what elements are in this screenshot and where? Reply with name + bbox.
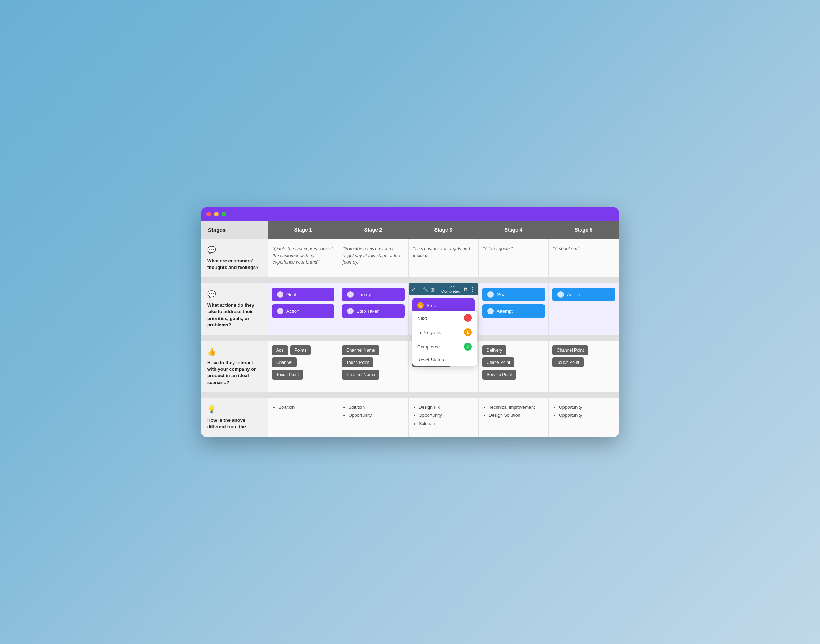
add-icon[interactable]: + bbox=[418, 287, 421, 292]
dropdown-inprogress[interactable]: In Progress L bbox=[412, 325, 477, 339]
chip-row-3: Service Point bbox=[482, 370, 545, 380]
interactions-stage2: Channel Name Touch Point Channel Name bbox=[338, 341, 408, 392]
list-item: Technical Improvement bbox=[489, 403, 544, 412]
thoughts-label: 💬 What are customers' thoughts and feeli… bbox=[201, 239, 268, 277]
interactions-stage5: Channel Point Touch Point bbox=[548, 341, 619, 392]
card-dot bbox=[277, 291, 283, 298]
actions-label: 💬 What actions do they take to address t… bbox=[201, 283, 268, 335]
chip-channel[interactable]: Channel bbox=[272, 357, 297, 368]
card-goal-s1[interactable]: Goal bbox=[272, 288, 335, 301]
card-dot bbox=[277, 308, 283, 314]
list-item: Opportunity bbox=[559, 411, 614, 420]
card-step-s3-1[interactable]: L Step bbox=[412, 299, 475, 312]
card-label: Action bbox=[286, 308, 299, 314]
chip-touchpoint-s1[interactable]: Touch Point bbox=[272, 370, 303, 380]
opps-stage4: Technical Improvement Design Solution bbox=[478, 399, 548, 437]
dropdown-inprogress-label: In Progress bbox=[417, 330, 441, 335]
dropdown-completed[interactable]: Completed ✓ bbox=[412, 339, 477, 354]
app-window: Stages Stage 1 Stage 2 Stage 3 Stage 4 S… bbox=[201, 207, 619, 437]
dropdown-reset[interactable]: Reset Status bbox=[412, 354, 477, 366]
stage-4-header: Stage 4 bbox=[478, 221, 548, 239]
opportunities-label: 💡 How is the above different from the bbox=[201, 399, 268, 437]
chip-usagepoint[interactable]: Usage Point bbox=[482, 357, 514, 368]
interactions-row: 👍 How do they interact with your company… bbox=[201, 340, 619, 392]
actions-icon: 💬 bbox=[207, 290, 262, 299]
card-dot bbox=[487, 291, 494, 298]
card-label: Step Taken bbox=[356, 308, 380, 314]
list-item: Opportunity bbox=[349, 411, 404, 420]
chip-row-1: Ads Points bbox=[272, 345, 335, 355]
card-label: Step bbox=[427, 303, 436, 308]
chip-points[interactable]: Points bbox=[290, 345, 311, 355]
actions-question: What actions do they take to address the… bbox=[207, 302, 262, 328]
opps-stage5: Opportunity Opportunity bbox=[548, 399, 619, 437]
card-priority-s2[interactable]: Priority bbox=[342, 288, 405, 301]
chip-row-2: Touch Point bbox=[553, 357, 615, 368]
stages-label: Stages bbox=[201, 221, 268, 239]
dropdown-reset-label: Reset Status bbox=[417, 357, 444, 362]
card-dot bbox=[487, 308, 494, 314]
thoughts-stage5: "A shout out!" bbox=[548, 239, 619, 277]
edit-icon[interactable]: 🔧 bbox=[422, 287, 428, 292]
card-steptaken-s2[interactable]: Step Taken bbox=[342, 304, 405, 318]
card-dot bbox=[347, 308, 353, 314]
card-label: Attempt bbox=[497, 308, 513, 314]
card-attempt-s4[interactable]: Attempt bbox=[482, 304, 545, 318]
card-label: Priority bbox=[356, 292, 371, 297]
card-dot-yellow: L bbox=[417, 302, 424, 308]
interactions-label: 👍 How do they interact with your company… bbox=[201, 341, 268, 392]
card-action-s5[interactable]: Action bbox=[553, 288, 615, 301]
list-item: Solution bbox=[278, 403, 334, 412]
actions-stage5: Action bbox=[548, 283, 619, 335]
opps-stage2: Solution Opportunity bbox=[338, 399, 408, 437]
chip-touchpoint-s2[interactable]: Touch Point bbox=[342, 357, 373, 368]
dropdown-next[interactable]: Next › bbox=[412, 311, 477, 325]
actions-stage4: Goal Attempt bbox=[478, 283, 548, 335]
card-goal-s4[interactable]: Goal bbox=[482, 288, 545, 301]
actions-row: 💬 What actions do they take to address t… bbox=[201, 283, 619, 335]
stage-header: Stages Stage 1 Stage 2 Stage 3 Stage 4 S… bbox=[201, 221, 619, 239]
chip-touchpoint-s5[interactable]: Touch Point bbox=[553, 357, 584, 368]
stage-1-header: Stage 1 bbox=[268, 221, 338, 239]
chip-row-2: Usage Point bbox=[482, 357, 545, 368]
chip-delivery[interactable]: Delivery bbox=[482, 345, 507, 355]
move-icon[interactable]: ⤢ bbox=[412, 287, 415, 292]
list-item: Solution bbox=[419, 420, 474, 428]
chip-channelname-s2-2[interactable]: Channel Name bbox=[342, 370, 379, 380]
chip-row-1: Channel Name bbox=[342, 345, 405, 355]
chip-channelname-s2-1[interactable]: Channel Name bbox=[342, 345, 379, 355]
toolbar: ⤢ + 🔧 ▦ Hide Completed 🗑 ⋮ bbox=[408, 283, 478, 295]
divider bbox=[438, 287, 438, 291]
interactions-icon: 👍 bbox=[207, 347, 262, 356]
actions-stage1: Goal Action bbox=[268, 283, 338, 335]
card-label: Action bbox=[567, 292, 580, 297]
chip-channelpoint[interactable]: Channel Point bbox=[553, 345, 588, 355]
opportunities-question: How is the above different from the bbox=[207, 417, 262, 430]
status-dropdown: Next › In Progress L Completed ✓ Reset S… bbox=[412, 311, 477, 366]
card-label: Goal bbox=[286, 292, 296, 297]
separator-1 bbox=[201, 277, 619, 283]
dot-red[interactable] bbox=[206, 212, 211, 216]
chip-servicepoint[interactable]: Service Point bbox=[482, 370, 516, 380]
thoughts-stage3: "This customer thoughts and feelings." bbox=[408, 239, 478, 277]
stage-5-header: Stage 5 bbox=[548, 221, 619, 239]
thoughts-question: What are customers' thoughts and feeling… bbox=[207, 258, 262, 271]
more-icon[interactable]: ⋮ bbox=[470, 286, 476, 293]
card-action-s1[interactable]: Action bbox=[272, 304, 335, 318]
dot-green[interactable] bbox=[221, 212, 226, 216]
actions-stage3: ⤢ + 🔧 ▦ Hide Completed 🗑 ⋮ L Step bbox=[408, 283, 478, 335]
stage-2-header: Stage 2 bbox=[338, 221, 408, 239]
status-dot-red: › bbox=[464, 314, 472, 322]
status-dot-green: ✓ bbox=[464, 343, 472, 351]
chip-ads[interactable]: Ads bbox=[272, 345, 288, 355]
list-item: Opportunity bbox=[559, 403, 614, 412]
interactions-stage1: Ads Points Channel Touch Point bbox=[268, 341, 338, 392]
list-item: Opportunity bbox=[419, 411, 474, 420]
thoughts-icon: 💬 bbox=[207, 245, 262, 254]
pattern-icon[interactable]: ▦ bbox=[430, 287, 435, 292]
separator-2 bbox=[201, 335, 619, 340]
opps-stage1: Solution bbox=[268, 399, 338, 437]
trash-icon[interactable]: 🗑 bbox=[463, 287, 468, 292]
dot-yellow[interactable] bbox=[214, 212, 219, 216]
hide-completed-label[interactable]: Hide Completed bbox=[441, 285, 461, 293]
